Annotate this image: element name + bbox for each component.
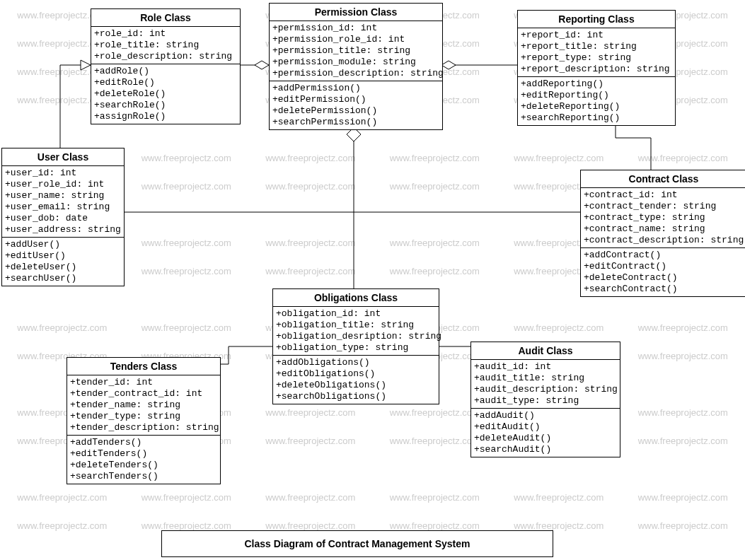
svg-marker-12 (81, 60, 91, 70)
watermark-text: www.freeprojectz.com (390, 407, 480, 418)
svg-marker-1 (255, 61, 269, 69)
watermark-text: www.freeprojectz.com (638, 520, 728, 531)
class-reporting: Reporting Class +report_id: int+report_t… (517, 10, 676, 126)
member-line: +addObligations() (276, 357, 436, 368)
watermark-text: www.freeprojectz.com (265, 266, 355, 276)
member-line: +deletePermission() (272, 105, 439, 117)
member-line: +permission_role_id: int (272, 34, 439, 45)
member-line: +user_email: string (5, 202, 121, 213)
ops: +addReporting()+editReporting()+deleteRe… (518, 77, 675, 125)
watermark-text: www.freeprojectz.com (265, 153, 355, 163)
member-line: +obligation_title: string (276, 320, 436, 331)
class-title: Contract Class (581, 170, 745, 188)
member-line: +contract_type: string (584, 212, 744, 223)
diagram-title: Class Diagram of Contract Management Sys… (161, 530, 553, 557)
member-line: +deleteReporting() (521, 101, 672, 112)
ops: +addPermission()+editPermission()+delete… (270, 81, 442, 129)
watermark-text: www.freeprojectz.com (514, 520, 603, 531)
member-line: +deleteRole() (94, 88, 237, 100)
ops: +addObligations()+editObligations()+dele… (273, 356, 439, 404)
class-title: Role Class (91, 9, 240, 27)
member-line: +audit_title: string (474, 373, 617, 384)
member-line: +user_address: string (5, 224, 121, 235)
member-line: +deleteObligations() (276, 380, 436, 391)
watermark-text: www.freeprojectz.com (142, 238, 231, 248)
member-line: +report_id: int (521, 30, 672, 41)
ops: +addUser()+editUser()+deleteUser()+searc… (2, 238, 124, 286)
watermark-text: www.freeprojectz.com (390, 520, 480, 531)
member-line: +deleteContract() (584, 272, 744, 284)
watermark-text: www.freeprojectz.com (265, 492, 355, 503)
member-line: +report_title: string (521, 41, 672, 52)
member-line: +tender_type: string (70, 411, 217, 422)
watermark-text: www.freeprojectz.com (17, 322, 107, 333)
watermark-text: www.freeprojectz.com (390, 266, 480, 276)
member-line: +tender_description: string (70, 422, 217, 433)
member-line: +addReporting() (521, 78, 672, 90)
member-line: +addRole() (94, 66, 237, 77)
class-title: Reporting Class (518, 11, 675, 28)
member-line: +role_id: int (94, 28, 237, 40)
attrs: +report_id: int+report_title: string+rep… (518, 28, 675, 77)
class-user: User Class +user_id: int+user_role_id: i… (1, 148, 125, 286)
member-line: +permission_id: int (272, 23, 439, 34)
class-title: Obligations Class (273, 289, 439, 307)
watermark-text: www.freeprojectz.com (265, 238, 355, 248)
member-line: +contract_tender: string (584, 201, 744, 212)
member-line: +user_dob: date (5, 213, 121, 224)
svg-marker-3 (441, 61, 456, 69)
attrs: +contract_id: int+contract_tender: strin… (581, 188, 745, 248)
watermark-text: www.freeprojectz.com (390, 181, 480, 192)
watermark-text: www.freeprojectz.com (265, 436, 355, 446)
member-line: +searchUser() (5, 273, 121, 284)
member-line: +deleteTenders() (70, 460, 217, 471)
member-line: +tender_name: string (70, 399, 217, 411)
watermark-text: www.freeprojectz.com (514, 153, 603, 163)
watermark-text: www.freeprojectz.com (17, 492, 107, 503)
member-line: +searchObligations() (276, 391, 436, 402)
member-line: +addAudit() (474, 410, 617, 421)
class-role: Role Class +role_id: int+role_title: str… (91, 8, 241, 124)
member-line: +audit_type: string (474, 395, 617, 407)
member-line: +permission_module: string (272, 57, 439, 68)
member-line: +permission_title: string (272, 45, 439, 57)
class-title: Permission Class (270, 4, 442, 21)
watermark-text: www.freeprojectz.com (514, 322, 603, 333)
watermark-text: www.freeprojectz.com (638, 322, 728, 333)
member-line: +user_id: int (5, 168, 121, 179)
watermark-text: www.freeprojectz.com (514, 492, 603, 503)
member-line: +searchTenders() (70, 471, 217, 482)
member-line: +obligation_id: int (276, 308, 436, 320)
ops: +addAudit()+editAudit()+deleteAudit()+se… (471, 409, 620, 457)
watermark-text: www.freeprojectz.com (142, 181, 231, 192)
member-line: +editObligations() (276, 368, 436, 380)
member-line: +searchRole() (94, 100, 237, 111)
member-line: +user_name: string (5, 190, 121, 202)
watermark-text: www.freeprojectz.com (638, 407, 728, 418)
class-obligations: Obligations Class +obligation_id: int+ob… (272, 288, 439, 404)
class-title: Audit Class (471, 342, 620, 360)
member-line: +addContract() (584, 250, 744, 261)
member-line: +addTenders() (70, 437, 217, 448)
member-line: +addPermission() (272, 83, 439, 94)
watermark-row: www.freeprojectz.comwww.freeprojectz.com… (0, 520, 745, 531)
watermark-text: www.freeprojectz.com (142, 266, 231, 276)
class-title: Tenders Class (67, 358, 220, 375)
member-line: +role_title: string (94, 40, 237, 51)
ops: +addRole()+editRole()+deleteRole()+searc… (91, 64, 240, 124)
member-line: +searchReporting() (521, 112, 672, 124)
member-line: +editContract() (584, 261, 744, 272)
member-line: +permission_description: string (272, 68, 439, 79)
watermark-text: www.freeprojectz.com (142, 322, 231, 333)
watermark-text: www.freeprojectz.com (638, 351, 728, 361)
member-line: +user_role_id: int (5, 179, 121, 190)
member-line: +editReporting() (521, 90, 672, 101)
member-line: +searchPermission() (272, 117, 439, 128)
ops: +addTenders()+editTenders()+deleteTender… (67, 436, 220, 484)
watermark-text: www.freeprojectz.com (265, 407, 355, 418)
member-line: +audit_description: string (474, 384, 617, 395)
member-line: +report_type: string (521, 52, 672, 64)
member-line: +tender_contract_id: int (70, 388, 217, 399)
attrs: +tender_id: int+tender_contract_id: int+… (67, 375, 220, 436)
class-tenders: Tenders Class +tender_id: int+tender_con… (67, 357, 221, 484)
